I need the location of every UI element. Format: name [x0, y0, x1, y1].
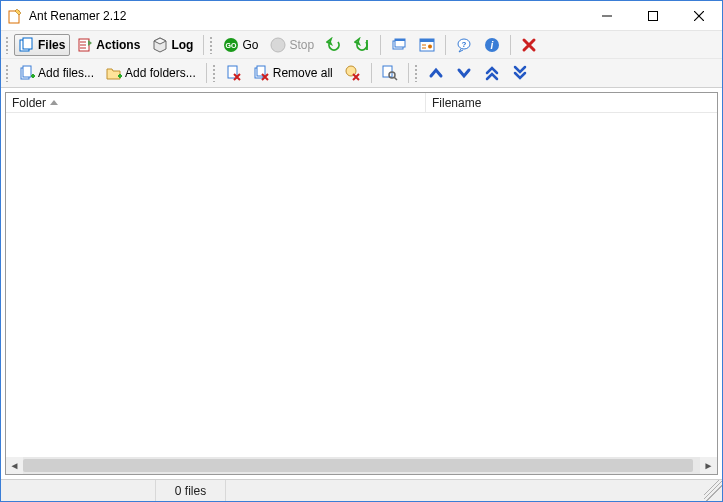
preview-button[interactable]: [377, 62, 403, 84]
listview-header: Folder Filename: [6, 93, 717, 113]
scroll-right-button[interactable]: ►: [700, 457, 717, 474]
help-icon: ?: [456, 37, 472, 53]
toolbar-grip[interactable]: [5, 36, 10, 54]
chevrons-down-icon: [512, 65, 528, 81]
scroll-left-button[interactable]: ◄: [6, 457, 23, 474]
status-pane-fill: [226, 480, 704, 501]
move-up-button[interactable]: [423, 62, 449, 84]
options-button[interactable]: [414, 34, 440, 56]
status-file-count: 0 files: [156, 480, 226, 501]
files-listview[interactable]: Folder Filename ◄ ►: [5, 92, 718, 475]
stop-label: Stop: [289, 38, 314, 52]
column-header-filename[interactable]: Filename: [426, 93, 717, 112]
resize-grip[interactable]: [704, 480, 722, 501]
remove-selected-button[interactable]: [221, 62, 247, 84]
column-header-folder[interactable]: Folder: [6, 93, 426, 112]
svg-rect-25: [23, 66, 31, 77]
remove-missing-button[interactable]: [340, 62, 366, 84]
files-icon: [19, 37, 35, 53]
info-icon: i: [484, 37, 500, 53]
undo-icon: [326, 37, 342, 53]
horizontal-scrollbar[interactable]: ◄ ►: [6, 457, 717, 474]
svg-rect-18: [420, 39, 434, 42]
maximize-button[interactable]: [630, 1, 676, 30]
svg-point-19: [428, 44, 432, 48]
remove-all-icon: [254, 65, 270, 81]
window-controls: [584, 1, 722, 30]
actions-icon: [77, 37, 93, 53]
add-files-icon: [19, 65, 35, 81]
content-area: Folder Filename ◄ ►: [1, 88, 722, 479]
about-button[interactable]: i: [479, 34, 505, 56]
move-down-button[interactable]: [451, 62, 477, 84]
exit-button[interactable]: [516, 34, 542, 56]
toolbar-grip[interactable]: [209, 36, 214, 54]
chevron-down-icon: [456, 65, 472, 81]
add-folders-label: Add folders...: [125, 66, 196, 80]
go-button[interactable]: GO Go: [218, 34, 263, 56]
window-icon: [391, 37, 407, 53]
preview-icon: [382, 65, 398, 81]
sort-ascending-icon: [50, 100, 58, 105]
new-window-button[interactable]: [386, 34, 412, 56]
main-toolbar: Files Actions Log: [1, 31, 722, 59]
toolbar-grip[interactable]: [212, 64, 217, 82]
files-tab-button[interactable]: Files: [14, 34, 70, 56]
actions-tab-button[interactable]: Actions: [72, 34, 145, 56]
toolbar-grip[interactable]: [414, 64, 419, 82]
column-folder-label: Folder: [12, 96, 46, 110]
actions-label: Actions: [96, 38, 140, 52]
svg-rect-16: [395, 39, 405, 41]
files-label: Files: [38, 38, 65, 52]
title-bar: Ant Renamer 2.12: [1, 1, 722, 31]
log-icon: [152, 37, 168, 53]
status-bar: 0 files: [1, 479, 722, 501]
undo-again-icon: [354, 37, 370, 53]
window-title: Ant Renamer 2.12: [29, 9, 584, 23]
scroll-thumb[interactable]: [23, 459, 693, 472]
stop-icon: [270, 37, 286, 53]
go-label: Go: [242, 38, 258, 52]
undo-again-button[interactable]: [349, 34, 375, 56]
add-files-button[interactable]: Add files...: [14, 62, 99, 84]
exit-icon: [521, 37, 537, 53]
svg-point-12: [271, 38, 285, 52]
add-folders-icon: [106, 65, 122, 81]
add-folders-button[interactable]: Add folders...: [101, 62, 201, 84]
toolbar-grip[interactable]: [5, 64, 10, 82]
remove-all-label: Remove all: [273, 66, 333, 80]
add-files-label: Add files...: [38, 66, 94, 80]
svg-text:i: i: [491, 40, 494, 51]
status-pane-1: [1, 480, 156, 501]
help-button[interactable]: ?: [451, 34, 477, 56]
listview-body[interactable]: [6, 113, 717, 457]
move-bottom-button[interactable]: [507, 62, 533, 84]
column-filename-label: Filename: [432, 96, 481, 110]
minimize-button[interactable]: [584, 1, 630, 30]
options-icon: [419, 37, 435, 53]
svg-text:GO: GO: [226, 42, 237, 49]
remove-missing-icon: [345, 65, 361, 81]
remove-all-button[interactable]: Remove all: [249, 62, 338, 84]
chevron-up-icon: [428, 65, 444, 81]
log-tab-button[interactable]: Log: [147, 34, 198, 56]
svg-rect-6: [23, 38, 32, 49]
files-toolbar: Add files... Add folders... Remove all: [1, 59, 722, 87]
svg-text:?: ?: [462, 40, 467, 49]
remove-file-icon: [226, 65, 242, 81]
go-icon: GO: [223, 37, 239, 53]
log-label: Log: [171, 38, 193, 52]
scroll-track[interactable]: [23, 457, 700, 474]
close-button[interactable]: [676, 1, 722, 30]
chevrons-up-icon: [484, 65, 500, 81]
svg-rect-30: [383, 66, 392, 77]
undo-button[interactable]: [321, 34, 347, 56]
stop-button[interactable]: Stop: [265, 34, 319, 56]
svg-line-32: [394, 77, 397, 80]
move-top-button[interactable]: [479, 62, 505, 84]
svg-rect-2: [649, 11, 658, 20]
app-icon: [7, 8, 23, 24]
